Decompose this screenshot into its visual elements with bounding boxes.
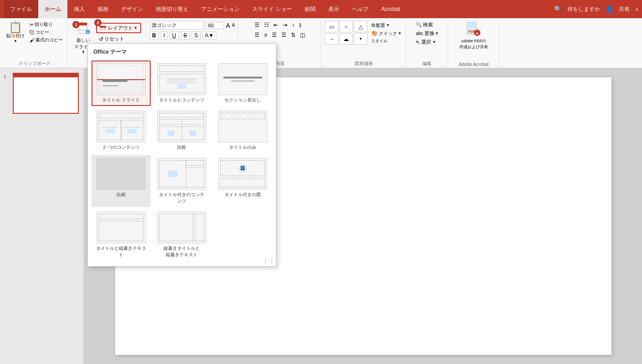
decrease-indent-button[interactable]: ⇤	[272, 21, 280, 29]
line-spacing-button[interactable]: ↕	[290, 21, 296, 29]
format-painter-button[interactable]: 🖌 書式のコピー	[28, 36, 64, 44]
font-name-input[interactable]: 游ゴシック	[149, 21, 204, 30]
shadow-button[interactable]: S	[192, 31, 201, 40]
shapes-more-button[interactable]: ▼	[354, 33, 367, 45]
quick-style-label: スタイル	[371, 38, 403, 44]
justify-button[interactable]: ☰	[280, 31, 288, 39]
columns-button[interactable]: ⫿	[297, 21, 304, 29]
slides-panel: 1	[0, 68, 84, 364]
tab-transitions[interactable]: 画面切り替え	[149, 0, 195, 18]
layout-item-title-only[interactable]: タイトルのみ	[213, 108, 272, 153]
italic-button[interactable]: I	[161, 31, 168, 40]
new-slide-label: 新しい	[76, 37, 90, 44]
font-size-input[interactable]: 60	[206, 22, 224, 29]
align-left-button[interactable]: ☰	[253, 31, 261, 39]
popup-resize-handle[interactable]: ⋮⋮	[262, 258, 275, 265]
adobe-pdf-button[interactable]: PDF A Adobe PDFの 作成および共有	[458, 21, 490, 51]
layout-item-title-content[interactable]: タイトルとコンテンツ	[153, 61, 212, 106]
layout-item-two-content[interactable]: ２ つのコンテンツ	[92, 108, 151, 153]
underline-button[interactable]: U	[169, 31, 179, 40]
clipboard-group-content: 📋 貼り付け ▼ ✂ 切り取り ⿻ コピー 🖌 書式のコピー	[5, 21, 64, 51]
layout-thumb-picture-caption: 🖼	[218, 158, 267, 190]
layout-item-title-slide[interactable]: タイトル スライド	[92, 61, 151, 106]
smartart-button[interactable]: ◫	[298, 31, 307, 39]
font-size-up-icon[interactable]: A	[226, 22, 230, 29]
reset-label: リセット	[104, 35, 124, 42]
svg-rect-5	[100, 26, 106, 28]
layout-popup: Office テーマ タイトル スライド	[87, 43, 276, 267]
svg-rect-7	[103, 28, 106, 30]
tab-acrobat[interactable]: Acrobat	[375, 0, 406, 18]
shape-button-3[interactable]: △	[354, 21, 367, 32]
layout-button[interactable]: レイアウト ▼	[96, 23, 141, 33]
bullets-button[interactable]: ☰	[253, 21, 261, 29]
shape-button-1[interactable]: ▭	[325, 21, 338, 32]
quick-styles-button[interactable]: 🎨 クイック ▼	[370, 30, 403, 37]
search-label[interactable]: 何をしますか	[567, 5, 600, 13]
tab-view[interactable]: 表示	[322, 0, 346, 18]
replace-button[interactable]: abc 置換 ▼	[414, 30, 440, 37]
tab-design[interactable]: デザイン	[115, 0, 149, 18]
layout-item-picture-caption[interactable]: 🖼 タイトル付きの図	[213, 155, 272, 207]
layout-item-vertical-all[interactable]: 縦書きタイトルと縦書きテキスト	[153, 209, 212, 261]
layout-item-section-header[interactable]: セクション見出し	[213, 61, 272, 106]
layout-item-comparison[interactable]: 比較	[153, 108, 212, 153]
ribbon-tabs: ファイル ホーム 挿入 描画 デザイン 画面切り替え アニメーション スライド …	[4, 0, 407, 18]
layout-item-title-vertical[interactable]: タイトルと縦書きテキスト	[92, 209, 151, 261]
ribbon-group-edit: 🔍 検索 abc 置換 ▼ ↖ 選択 ▼ 編集	[407, 20, 448, 68]
collapse-ribbon-button[interactable]: ∧	[635, 7, 638, 12]
layout-thumb-vertical-all	[157, 212, 206, 243]
adobe-pdf-label1: Adobe PDFの	[461, 38, 487, 44]
text-direction-button[interactable]: ⇅	[289, 31, 297, 39]
font-size-down-icon[interactable]: A	[232, 23, 235, 28]
layout-thumb-comparison	[157, 111, 206, 142]
format-painter-label: 書式のコピー	[36, 37, 63, 43]
paste-dropdown[interactable]: ▼	[14, 39, 17, 43]
tab-slideshow[interactable]: スライド ショー	[246, 0, 298, 18]
find-button[interactable]: 🔍 検索	[414, 21, 434, 29]
select-button[interactable]: ↖ 選択 ▼	[414, 38, 437, 46]
clipboard-small-buttons: ✂ 切り取り ⿻ コピー 🖌 書式のコピー	[28, 21, 64, 44]
shape-button-2[interactable]: ○	[339, 21, 353, 32]
shapes-arrange-button[interactable]: ⧉ 配置 ▼	[370, 22, 403, 29]
layout-thumb-blank	[97, 158, 146, 190]
svg-text:A: A	[476, 31, 479, 35]
badge-1: 1	[72, 21, 80, 28]
reset-button[interactable]: ↺ リセット	[96, 35, 141, 43]
select-label: 選択	[421, 39, 431, 46]
tab-file[interactable]: ファイル	[4, 0, 38, 18]
tab-help[interactable]: ヘルプ	[346, 0, 375, 18]
tab-insert[interactable]: 挿入	[67, 0, 91, 18]
numbering-button[interactable]: ☷	[262, 21, 271, 29]
reset-icon: ↺	[99, 36, 103, 42]
layout-item-content-caption[interactable]: タイトル付きのコンテンツ	[153, 155, 212, 207]
tab-home[interactable]: ホーム	[38, 0, 67, 18]
shape-button-4[interactable]: →	[325, 33, 338, 45]
align-center-button[interactable]: ≡	[262, 31, 269, 39]
tab-review[interactable]: 校閲	[298, 0, 322, 18]
bold-button[interactable]: B	[149, 31, 159, 40]
slide-1-container: 1	[4, 73, 80, 114]
titlebar-right: 🔍 何をしますか 👤 共有 ∧	[554, 5, 638, 13]
paste-button[interactable]: 📋 貼り付け ▼	[5, 21, 26, 44]
share-button[interactable]: 共有	[619, 5, 630, 13]
strikethrough-button[interactable]: S	[181, 31, 190, 40]
layout-name-title-only: タイトルのみ	[229, 144, 256, 151]
drawing-label: 図形描画	[322, 61, 406, 67]
increase-indent-button[interactable]: ⇥	[281, 21, 289, 29]
find-icon: 🔍	[416, 22, 422, 28]
svg-rect-6	[100, 28, 102, 30]
edit-label: 編集	[407, 61, 448, 67]
tab-animations[interactable]: アニメーション	[195, 0, 246, 18]
slide-1-thumbnail[interactable]	[13, 73, 79, 114]
font-color-button[interactable]: A▼	[203, 31, 216, 40]
layout-item-blank[interactable]: 白紙	[92, 155, 151, 207]
align-right-button[interactable]: ☰	[270, 31, 279, 39]
tab-draw[interactable]: 描画	[91, 0, 115, 18]
new-slide-dropdown[interactable]: ▼	[82, 50, 85, 54]
format-painter-icon: 🖌	[30, 37, 35, 43]
cut-button[interactable]: ✂ 切り取り	[28, 21, 64, 28]
copy-button[interactable]: ⿻ コピー	[28, 29, 64, 36]
select-icon: ↖	[416, 39, 420, 46]
shape-button-5[interactable]: ☁	[339, 33, 353, 45]
